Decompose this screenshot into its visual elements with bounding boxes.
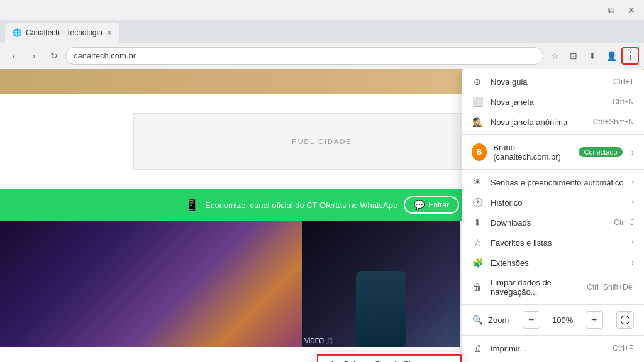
divider-3 <box>462 304 644 305</box>
menu-item-downloads[interactable]: ⬇ Downloads Ctrl+J <box>462 212 644 233</box>
minimize-button[interactable]: — <box>581 0 601 20</box>
menu-item-extensions[interactable]: 🧩 Extensões › <box>462 253 644 273</box>
menu-item-passwords[interactable]: 👁 Senhas e preenchimento automático › <box>462 172 644 192</box>
divider-1 <box>462 134 644 135</box>
toolbar-right: ☆ ⊡ ⬇ 👤 ⋮ <box>546 47 639 65</box>
menu-item-incognito[interactable]: 🕵 Nova janela anônima Ctrl+Shift+N <box>462 112 644 132</box>
profile-avatar: B <box>472 143 487 161</box>
menu-item-history[interactable]: 🕐 Histórico › <box>462 192 644 212</box>
zoom-in-button[interactable]: + <box>586 311 603 329</box>
image-device: VÍDEO 🎵 <box>302 221 460 347</box>
address-bar: ‹ › ↻ canaltech.com.br ☆ ⊡ ⬇ 👤 ⋮ <box>0 43 644 69</box>
close-button[interactable]: ✕ <box>621 0 641 20</box>
divider-2 <box>462 169 644 170</box>
history-icon: 🕐 <box>472 197 483 207</box>
video-label: VÍDEO 🎵 <box>304 337 333 344</box>
divider-4 <box>462 335 644 336</box>
new-tab-icon: ⊕ <box>472 77 483 87</box>
extensions-icon: 🧩 <box>472 258 483 268</box>
active-tab[interactable]: 🌐 Canaltech - Tecnologia ✕ <box>5 23 119 43</box>
title-bar: — ⧉ ✕ <box>0 0 644 20</box>
zoom-expand-button[interactable]: ⛶ <box>616 311 634 329</box>
reload-button[interactable]: ↻ <box>45 47 63 65</box>
bookmark-button[interactable]: ☆ <box>546 47 564 65</box>
downloads-icon: ⬇ <box>472 217 483 228</box>
download-button[interactable]: ⬇ <box>584 47 601 65</box>
restore-button[interactable]: ⧉ <box>601 0 621 20</box>
ad-placeholder: PUBLICIDADE <box>133 113 511 170</box>
content-area: PUBLICIDADE 📱 Economize: canal oficial d… <box>0 69 644 362</box>
print-icon: 🖨 <box>472 343 483 353</box>
profile-button[interactable]: 👤 <box>602 47 620 65</box>
help-submenu: ℹ Sobre o Google Chrome 🔔 O que há de no… <box>317 352 462 362</box>
connected-badge: Conectado <box>579 147 622 157</box>
menu-item-print[interactable]: 🖨 Imprimir... Ctrl+P <box>462 338 644 358</box>
zoom-row: 🔍 Zoom − 100% + ⛶ <box>462 307 644 332</box>
device-image <box>356 272 406 347</box>
menu-item-clear-data[interactable]: 🗑 Limpar dados de navegação... Ctrl+Shif… <box>462 273 644 302</box>
zoom-out-button[interactable]: − <box>523 311 540 329</box>
new-window-icon: ⬜ <box>472 97 483 107</box>
forward-button[interactable]: › <box>25 47 43 65</box>
zoom-icon: 🔍 <box>472 315 483 325</box>
screenshot-button[interactable]: ⊡ <box>565 47 582 65</box>
url-text: canaltech.com.br <box>74 51 136 60</box>
tab-bar: 🌐 Canaltech - Tecnologia ✕ <box>0 20 644 43</box>
menu-item-google-search[interactable]: G Procurar nesta página com o Google... <box>462 358 644 362</box>
menu-item-bookmarks[interactable]: ☆ Favoritos e listas › <box>462 233 644 253</box>
entrar-button[interactable]: 💬 Entrar <box>404 196 459 214</box>
tab-close-icon[interactable]: ✕ <box>106 29 112 37</box>
dropdown-menu: ⊕ Nova guia Ctrl+T ⬜ Nova janela Ctrl+N … <box>462 69 644 362</box>
submenu-item-about-chrome[interactable]: ℹ Sobre o Google Chrome <box>317 354 462 362</box>
incognito-icon: 🕵 <box>472 117 483 127</box>
menu-button[interactable]: ⋮ <box>621 47 639 65</box>
passwords-icon: 👁 <box>472 177 483 187</box>
tab-title: Canaltech - Tecnologia <box>26 28 103 37</box>
tab-favicon: 🌐 <box>13 28 22 37</box>
zoom-value: 100% <box>550 315 575 325</box>
about-chrome-icon: ℹ <box>327 359 337 362</box>
bookmarks-icon: ☆ <box>472 238 483 248</box>
url-bar[interactable]: canaltech.com.br <box>65 47 543 65</box>
clear-data-icon: 🗑 <box>472 282 483 292</box>
profile-row[interactable]: B Bruno (canaltech.com.br) Conectado › <box>462 138 644 167</box>
profile-arrow: › <box>631 148 634 157</box>
menu-item-new-window[interactable]: ⬜ Nova janela Ctrl+N <box>462 92 644 112</box>
back-button[interactable]: ‹ <box>5 47 23 65</box>
image-aurora <box>0 221 302 347</box>
menu-item-new-tab[interactable]: ⊕ Nova guia Ctrl+T <box>462 72 644 92</box>
